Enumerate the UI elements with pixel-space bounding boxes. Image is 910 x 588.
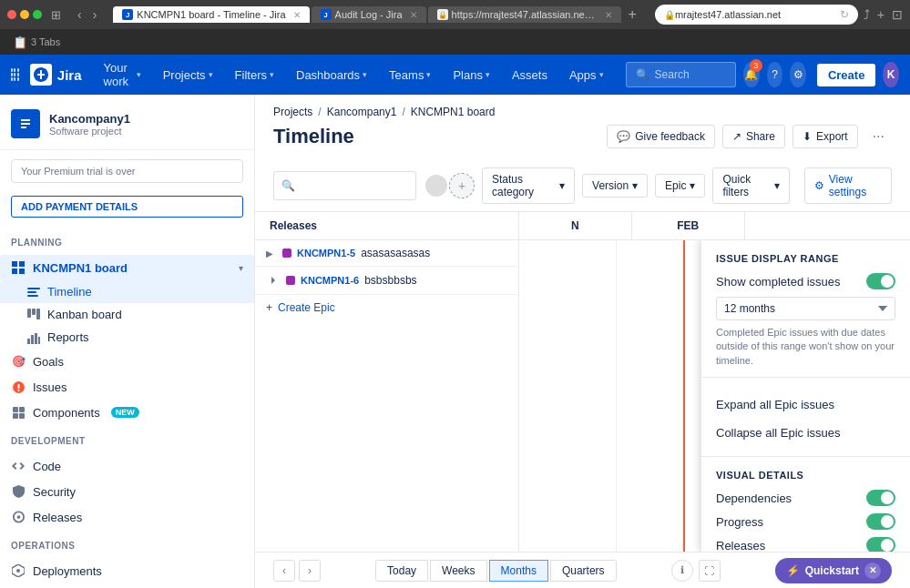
quick-filters-button[interactable]: Quick filters ▾ [712, 167, 789, 204]
breadcrumb-board[interactable]: KNCMPN1 board [411, 106, 496, 118]
minimize-dot[interactable] [20, 10, 29, 19]
epic-chevron: ▾ [690, 179, 695, 192]
today-button[interactable]: Today [375, 560, 428, 582]
add-payment-button[interactable]: ADD PAYMENT DETAILS [11, 196, 243, 218]
sidebar-item-goals[interactable]: 🎯 Goals [0, 349, 254, 374]
more-options-button[interactable]: ··· [865, 124, 892, 149]
show-completed-toggle[interactable] [866, 273, 895, 289]
epic-row-2[interactable]: KNCMPN1-6 bsbsbbsbs [255, 267, 518, 295]
version-filter[interactable]: Version ▾ [582, 174, 648, 198]
weeks-tab[interactable]: Weeks [430, 560, 486, 582]
sidebar-item-reports[interactable]: Reports [0, 326, 254, 349]
sidebar-toggle-icon[interactable]: ⊞ [51, 8, 61, 22]
help-button[interactable]: ? [767, 62, 783, 87]
releases-toggle[interactable] [866, 537, 895, 552]
collapse-all-button[interactable]: Collapse all Epic issues [716, 419, 895, 447]
back-button[interactable]: ‹ [74, 7, 86, 22]
sidebar-item-releases[interactable]: Releases [0, 504, 254, 530]
share-browser-icon[interactable]: ⤴ [864, 7, 870, 22]
new-window-icon[interactable]: + [877, 7, 884, 22]
epic-row-1[interactable]: ▶ KNCMPN1-5 asasasasasas [255, 240, 518, 267]
maximize-dot[interactable] [33, 10, 42, 19]
months-select[interactable]: 12 months 3 months 6 months All time [716, 297, 895, 320]
tab2-close[interactable]: ✕ [410, 10, 417, 20]
create-epic-button[interactable]: + Create Epic [255, 295, 518, 320]
svg-rect-5 [27, 288, 40, 289]
sidebar-item-deployments[interactable]: Deployments [0, 558, 254, 583]
jira-logo[interactable]: Jira [30, 64, 82, 86]
teams-menu[interactable]: Teams ▾ [382, 65, 438, 86]
close-dot[interactable] [7, 10, 16, 19]
create-button[interactable]: Create [817, 64, 875, 86]
user-avatar[interactable]: K [883, 62, 899, 87]
epic2-expand-arrow[interactable] [266, 273, 281, 288]
show-completed-label: Show completed issues [716, 275, 841, 289]
add-avatar-button[interactable]: + [449, 173, 475, 198]
your-work-menu[interactable]: Your work ▾ [97, 57, 148, 92]
info-button[interactable]: ℹ [671, 560, 693, 582]
search-box[interactable]: 🔍 Search [626, 62, 736, 87]
apps-grid-icon[interactable] [11, 68, 19, 81]
nav-arrow-left[interactable]: ‹ [273, 560, 295, 582]
address-bar[interactable]: 🔒 mrajtest47.atlassian.net ↻ [655, 5, 858, 25]
breadcrumb-projects[interactable]: Projects [273, 106, 312, 118]
export-button[interactable]: ⬇ Export [792, 125, 858, 148]
month-spacer [745, 212, 911, 239]
svg-rect-10 [36, 309, 40, 319]
browser-tab-3[interactable]: 🔒 https://mrajtest47.atlassian.net/rest/… [428, 6, 621, 23]
epic-filter[interactable]: Epic ▾ [655, 174, 705, 198]
reports-label: Reports [47, 330, 89, 344]
sidebar-item-project-pages[interactable]: Project pages [0, 583, 254, 588]
sidebar-item-timeline[interactable]: Timeline [0, 280, 254, 303]
view-settings-button[interactable]: ⚙ View settings [804, 167, 892, 204]
timeline-search[interactable]: 🔍 [273, 171, 416, 200]
quarters-tab[interactable]: Quarters [550, 560, 617, 582]
quickstart-close-button[interactable]: ✕ [864, 563, 881, 579]
tab1-close[interactable]: ✕ [293, 10, 301, 20]
feedback-button[interactable]: 💬 Give feedback [607, 125, 715, 148]
top-navigation: Jira Your work ▾ Projects ▾ Filters ▾ Da… [0, 55, 910, 95]
sidebar-item-security[interactable]: Security [0, 479, 254, 504]
tab3-close[interactable]: ✕ [605, 10, 612, 20]
quickstart-button[interactable]: ⚡ Quickstart ✕ [775, 558, 892, 583]
nav-arrow-right[interactable]: › [299, 560, 321, 582]
progress-toggle[interactable] [866, 513, 895, 530]
breadcrumb-company[interactable]: Kancompany1 [327, 106, 397, 118]
refresh-button[interactable]: ↻ [840, 8, 849, 21]
tabs-count[interactable]: 📋 3 Tabs [7, 34, 66, 51]
page-header: Timeline 💬 Give feedback ↗ Share ⬇ Expor… [255, 118, 910, 160]
filters-menu[interactable]: Filters ▾ [228, 65, 281, 86]
dashboards-menu[interactable]: Dashboards ▾ [289, 65, 374, 86]
sidebar-item-board[interactable]: KNCMPN1 board ▾ [0, 255, 254, 280]
browser-tab-2[interactable]: J Audit Log - Jira ✕ [312, 6, 426, 23]
fullscreen-button[interactable]: ⛶ [699, 560, 721, 582]
board-expand-icon[interactable]: ▾ [239, 263, 243, 273]
user-avatar-1[interactable] [424, 173, 449, 198]
epic1-expand-icon[interactable]: ▶ [266, 248, 273, 259]
notification-badge: 3 [750, 59, 762, 72]
forward-button[interactable]: › [89, 7, 101, 22]
sidebar-item-components[interactable]: Components NEW [0, 400, 254, 425]
browser-tab-1[interactable]: J KNCMPN1 board - Timeline - Jira ✕ [113, 6, 309, 23]
assets-menu[interactable]: Assets [505, 65, 555, 86]
sidebar-item-issues[interactable]: Issues [0, 374, 254, 400]
extensions-icon[interactable]: ⊡ [892, 7, 903, 22]
components-label: Components [33, 406, 100, 420]
svg-rect-20 [13, 413, 18, 419]
notifications-button[interactable]: 🔔 3 [743, 62, 760, 87]
sidebar-item-code[interactable]: Code [0, 453, 254, 479]
share-button[interactable]: ↗ Share [722, 125, 785, 148]
planning-label: PLANNING [11, 238, 243, 248]
sidebar-item-kanban[interactable]: Kanban board [0, 303, 254, 326]
months-tab[interactable]: Months [489, 560, 548, 582]
apps-menu[interactable]: Apps ▾ [562, 65, 611, 86]
plans-menu[interactable]: Plans ▾ [445, 65, 497, 86]
search-icon: 🔍 [636, 68, 649, 81]
status-category-filter[interactable]: Status category ▾ [482, 167, 575, 204]
projects-menu[interactable]: Projects ▾ [156, 65, 220, 86]
settings-button[interactable]: ⚙ [790, 62, 806, 87]
today-line [683, 240, 685, 552]
dependencies-toggle[interactable] [866, 490, 895, 506]
new-tab-button[interactable]: + [623, 6, 642, 23]
expand-all-button[interactable]: Expand all Epic issues [716, 390, 895, 419]
